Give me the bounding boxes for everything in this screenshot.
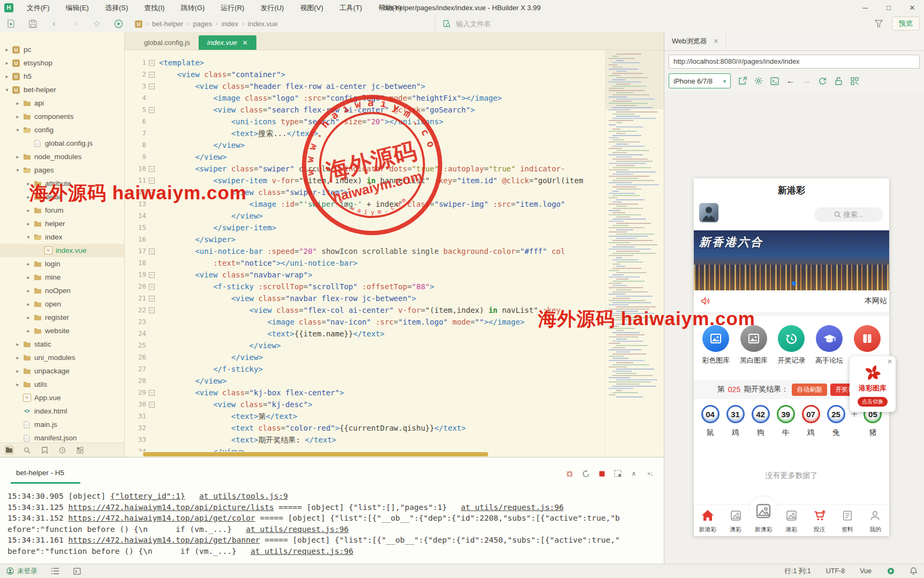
- breadcrumb-item[interactable]: bet-helper: [152, 20, 184, 28]
- run-icon[interactable]: [113, 19, 123, 28]
- chevron-right-icon[interactable]: ▸: [25, 288, 32, 294]
- tree-item-uni_modules[interactable]: ▸uni_modules: [0, 351, 124, 364]
- unlock-icon[interactable]: [834, 77, 843, 86]
- chevron-right-icon[interactable]: ▸: [25, 261, 32, 267]
- phone-search-input[interactable]: 搜索...: [814, 207, 883, 222]
- phone-tab-投注[interactable]: 投注: [806, 505, 834, 536]
- chevron-right-icon[interactable]: ▸: [3, 47, 11, 52]
- forward-icon[interactable]: ›: [71, 19, 80, 28]
- tree-item-bet-helper[interactable]: ▾Ubet-helper: [0, 83, 124, 96]
- tree-item-mine[interactable]: ▸mine: [0, 271, 124, 284]
- chevron-right-icon[interactable]: ▸: [3, 60, 11, 66]
- search-icon[interactable]: [22, 445, 32, 455]
- phone-tab-资料[interactable]: 资料: [834, 505, 861, 536]
- login-status[interactable]: 未登录: [6, 567, 37, 576]
- cursor-position[interactable]: 行:1 列:1: [784, 567, 811, 576]
- chevron-right-icon[interactable]: ▸: [25, 314, 32, 320]
- phone-nav-item-高手论坛[interactable]: 高手论坛: [812, 325, 846, 365]
- tree-item-api[interactable]: ▸api: [0, 96, 124, 110]
- clear-icon[interactable]: ×↓: [646, 469, 654, 478]
- tree-item-index.vue[interactable]: Vindex.vue: [0, 244, 124, 257]
- open-external-icon[interactable]: [738, 77, 747, 86]
- encoding-indicator[interactable]: UTF-8: [826, 567, 845, 575]
- filter-icon[interactable]: [874, 19, 883, 28]
- browser-tab[interactable]: Web浏览器 ✕: [664, 32, 726, 50]
- editor-tab-index.vue[interactable]: index.vue✕: [199, 35, 256, 50]
- chevron-down-icon[interactable]: ▾: [14, 127, 21, 133]
- tree-item-pages[interactable]: ▾pages: [0, 163, 124, 177]
- tree-item-helper[interactable]: ▸helper: [0, 217, 124, 230]
- menu-item-选择[interactable]: 选择(S): [97, 1, 136, 15]
- tree-item-config[interactable]: ▾config: [0, 123, 124, 137]
- chevron-right-icon[interactable]: ▸: [3, 73, 11, 79]
- tree-item-index[interactable]: ▾index: [0, 230, 124, 244]
- chevron-down-icon[interactable]: ▾: [25, 234, 32, 240]
- breadcrumb-item[interactable]: pages: [193, 20, 212, 28]
- chevron-right-icon[interactable]: ▸: [14, 381, 21, 387]
- avatar[interactable]: [699, 203, 718, 222]
- chevron-right-icon[interactable]: ▸: [14, 114, 21, 119]
- phone-tab-新澳彩[interactable]: 新澳彩: [749, 505, 777, 536]
- fold-icon[interactable]: [146, 399, 157, 410]
- tree-item-static[interactable]: ▸static: [0, 337, 124, 351]
- console-link[interactable]: at utils/request.js:96: [461, 503, 564, 512]
- chevron-right-icon[interactable]: ▸: [14, 368, 21, 374]
- outline-icon[interactable]: [51, 567, 59, 575]
- menu-item-跳转[interactable]: 跳转(G): [173, 1, 213, 15]
- extensions-icon[interactable]: [75, 445, 85, 455]
- menu-item-查找[interactable]: 查找(I): [136, 1, 172, 15]
- fold-icon[interactable]: [146, 387, 157, 399]
- tree-item-unpackage[interactable]: ▸unpackage: [0, 364, 124, 378]
- tree-item-global.config.js[interactable]: global.config.js: [0, 137, 124, 150]
- chevron-right-icon[interactable]: ▸: [25, 274, 32, 280]
- tree-item-pc[interactable]: ▸Upc: [0, 43, 124, 56]
- fold-icon[interactable]: [146, 292, 157, 304]
- back-icon[interactable]: ←: [786, 77, 795, 86]
- tree-item-utils[interactable]: ▸utils: [0, 378, 124, 391]
- console-link[interactable]: at utils/request.js:96: [246, 525, 349, 534]
- minimap[interactable]: [605, 50, 664, 457]
- maximize-icon[interactable]: □: [877, 1, 900, 15]
- fold-icon[interactable]: [146, 104, 157, 116]
- console-link[interactable]: https://472.haiwaiym14.top/api/picture/l…: [69, 503, 274, 512]
- banner-image[interactable]: 新香港六合: [694, 230, 889, 290]
- phone-tab-港彩[interactable]: 港彩: [777, 505, 805, 536]
- file-search-input[interactable]: [455, 19, 596, 28]
- restart-icon[interactable]: [581, 469, 590, 478]
- capture-icon[interactable]: [614, 469, 622, 478]
- console-link[interactable]: https://472.haiwaiym14.top/api/get/banne…: [69, 536, 260, 544]
- phone-tab-新港彩[interactable]: 新港彩: [694, 505, 722, 536]
- stop-icon[interactable]: [597, 469, 606, 478]
- device-select[interactable]: iPhone 6/7/8 ▾: [669, 73, 731, 88]
- minimize-icon[interactable]: ─: [853, 1, 877, 15]
- tree-item-login[interactable]: ▸login: [0, 257, 124, 271]
- settings-icon[interactable]: [754, 77, 763, 86]
- tree-item-etsyshop[interactable]: ▸Uetsyshop: [0, 56, 124, 70]
- history-icon[interactable]: [57, 445, 67, 455]
- chevron-down-icon[interactable]: ▾: [14, 167, 21, 173]
- breadcrumb-item[interactable]: index.vue: [248, 20, 278, 28]
- chevron-right-icon[interactable]: ▸: [14, 341, 21, 347]
- menu-item-发行[interactable]: 发行(U): [252, 1, 292, 15]
- chevron-right-icon[interactable]: ▸: [25, 301, 32, 307]
- refresh-icon[interactable]: [818, 77, 827, 86]
- menu-item-帮助[interactable]: 帮助(Y): [370, 1, 409, 15]
- tree-item-main.js[interactable]: main.js: [0, 418, 124, 431]
- console-link[interactable]: {"lottery_id":1}: [110, 492, 185, 500]
- bookmark-icon[interactable]: [40, 445, 49, 455]
- close-icon[interactable]: ✕: [243, 39, 248, 47]
- fold-icon[interactable]: [146, 80, 157, 92]
- tree-item-manifest.json[interactable]: manifest.json: [0, 431, 124, 442]
- console-link[interactable]: at utils/tools.js:9: [199, 492, 288, 500]
- chevron-right-icon[interactable]: ▸: [25, 207, 32, 213]
- close-icon[interactable]: ✕: [887, 358, 892, 365]
- back-icon[interactable]: ‹: [49, 19, 59, 28]
- console-link[interactable]: https://472.haiwaiym14.top/api/get/color: [69, 514, 255, 522]
- auto-refresh-button[interactable]: 自动刷新: [792, 384, 827, 396]
- url-input[interactable]: [669, 55, 920, 69]
- notification-bell-icon[interactable]: [910, 567, 918, 575]
- preview-button[interactable]: 预览: [892, 17, 920, 31]
- tree-item-node_modules[interactable]: ▸node_modules: [0, 150, 124, 163]
- chevron-right-icon[interactable]: ▸: [25, 328, 32, 334]
- phone-tab-澳彩[interactable]: 澳彩: [722, 505, 749, 536]
